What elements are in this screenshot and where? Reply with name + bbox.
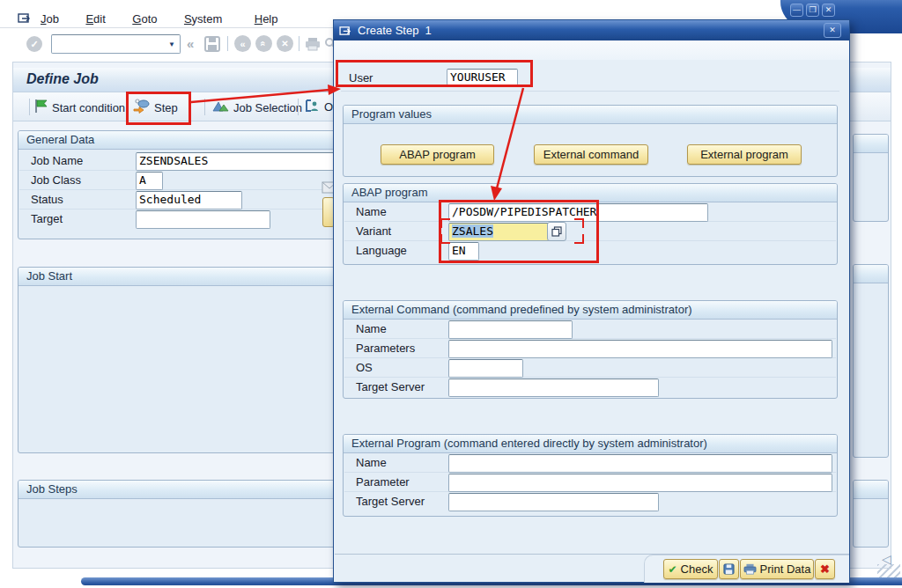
abap-program-title: ABAP program [344,184,837,202]
resize-grip[interactable] [877,564,900,577]
sap-screen-icon [18,11,32,27]
collapse-icon[interactable]: « [187,36,194,51]
program-values-group: Program values ABAP program External com… [343,105,838,177]
dialog-title: Create Step 1 [358,24,432,37]
user-label: User [349,71,373,85]
user-field[interactable]: YOURUSER [447,69,518,85]
ep-parameter-label: Parameter [356,475,410,489]
menu-goto[interactable]: Goto [132,12,157,26]
dialog-icon [339,26,352,36]
external-program-group: External Program (command entered direct… [343,434,838,517]
cancel-step-button[interactable]: ✖ [815,559,835,579]
ec-parameters-field[interactable] [448,340,832,358]
ep-target-server-label: Target Server [356,495,425,508]
menu-help[interactable]: Help [255,12,278,26]
window-maximize-button[interactable]: ❒ [806,4,819,17]
create-step-dialog: Create Step 1 ✕ User YOURUSER Program va… [333,19,850,583]
start-condition-button[interactable]: Start condition [34,99,125,116]
apptb-separator-2 [298,99,299,115]
variant-overview-button[interactable] [547,222,566,241]
mountains-icon [212,99,229,116]
job-name-label: Job Name [31,154,83,167]
start-condition-label: Start condition [52,101,125,114]
exit-button[interactable]: ✕ [277,35,293,52]
job-selection-button[interactable]: Job Selection [212,99,302,116]
window-close-button[interactable]: ✕ [822,4,835,17]
language-label: Language [356,244,407,257]
ep-target-server-field[interactable] [448,493,659,511]
external-program-title: External Program (command entered direct… [344,435,837,453]
dialog-titlebar[interactable]: Create Step 1 [334,20,849,40]
external-command-button[interactable]: External command [534,144,648,165]
menu-job[interactable]: Job [41,12,59,26]
command-field[interactable]: ▼ [51,34,181,54]
enter-button[interactable]: ✓ [26,36,42,52]
abap-program-button[interactable]: ABAP program [381,144,494,165]
abap-program-group: ABAP program Name /POSDW/PIPEDISPATCHER … [343,183,838,265]
save-icon[interactable] [204,36,220,55]
toolbar-separator-2 [299,36,299,51]
abap-name-field[interactable]: /POSDW/PIPEDISPATCHER [448,203,708,222]
window-minimize-button[interactable]: — [790,4,803,17]
external-program-button[interactable]: External program [687,144,802,165]
command-dropdown-icon[interactable]: ▼ [164,35,180,53]
step-label: Step [154,101,178,114]
variant-field[interactable]: ZSALES [448,223,550,241]
external-command-title: External Command (command predefined by … [344,301,837,320]
print-data-button[interactable]: Print Data [740,559,814,579]
ec-name-field[interactable] [448,320,573,339]
toolbar-separator [227,36,228,51]
save-step-button[interactable] [719,559,739,579]
step-icon [132,99,150,117]
target-field[interactable] [136,210,270,229]
ep-name-label: Name [356,456,387,469]
menu-edit[interactable]: Edit [85,12,105,26]
job-class-field[interactable]: A [136,172,163,190]
page-title: Define Job [26,71,99,87]
back-button[interactable]: « [234,35,251,52]
user-row-divider [341,91,839,92]
person-icon [305,99,320,115]
check-icon: ✔ [669,563,677,576]
job-class-label: Job Class [31,173,81,187]
step-button[interactable]: Step [132,99,178,117]
program-values-title: Program values [344,106,837,124]
print-data-icon [743,563,757,575]
ec-target-server-label: Target Server [356,380,425,393]
apptb-separator-1 [204,99,205,115]
apptb-separator-0 [29,99,30,115]
page-up-button[interactable]: « [255,35,272,52]
right-panel-fragment-2 [853,264,889,458]
ec-os-label: OS [356,361,373,374]
target-label: Target [31,212,63,225]
dialog-top-band [335,40,849,60]
dialog-close-button[interactable]: ✕ [824,23,841,38]
print-icon[interactable] [305,37,321,55]
check-button[interactable]: ✔ Check [663,559,718,579]
ep-parameter-field[interactable] [448,474,832,492]
check-label: Check [681,562,713,576]
status-field[interactable]: Scheduled [136,191,242,209]
variant-label: Variant [356,224,391,238]
ec-parameters-label: Parameters [356,342,415,355]
variant-selected-text: ZSALES [452,224,493,238]
ec-name-label: Name [356,322,387,335]
ec-os-field[interactable] [448,359,523,378]
abap-name-label: Name [356,205,387,218]
menu-system[interactable]: System [184,12,222,26]
ec-target-server-field[interactable] [448,379,659,397]
language-field[interactable]: EN [448,242,479,261]
flag-icon [34,99,48,116]
print-data-label: Print Data [760,562,811,576]
status-label: Status [31,193,63,206]
external-command-group: External Command (command predefined by … [343,300,838,399]
right-panel-fragment-3 [853,480,889,548]
ep-name-field[interactable] [448,454,832,473]
right-panel-fragment-1 [853,134,889,222]
job-selection-label: Job Selection [233,101,302,114]
